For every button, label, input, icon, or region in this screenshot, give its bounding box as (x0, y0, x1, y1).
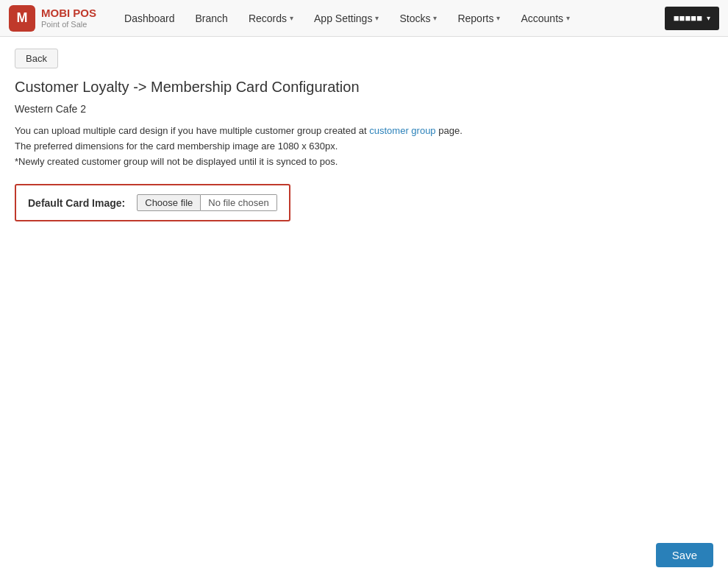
main-content: Back Customer Loyalty -> Membership Card… (0, 37, 728, 248)
file-input-wrapper: Choose file No file chosen (137, 194, 276, 211)
reports-caret-icon: ▾ (496, 14, 500, 22)
nav-dashboard[interactable]: Dashboard (114, 0, 185, 37)
back-button[interactable]: Back (15, 49, 58, 68)
nav-reports[interactable]: Reports ▾ (447, 0, 510, 37)
nav-records[interactable]: Records ▾ (238, 0, 304, 37)
info-text: You can upload multiple card design if y… (15, 124, 713, 169)
logo-icon: M (9, 5, 35, 32)
records-caret-icon: ▾ (290, 14, 293, 22)
file-chosen-status: No file chosen (201, 194, 276, 211)
info-line1: You can upload multiple card design if y… (15, 125, 369, 136)
logo-text: MOBI POS Point of Sale (41, 7, 96, 29)
user-label: ■■■■■ (674, 13, 702, 24)
info-line3: *Newly created customer group will not b… (15, 156, 338, 167)
page-title: Customer Loyalty -> Membership Card Conf… (15, 79, 713, 96)
nav-accounts[interactable]: Accounts ▾ (510, 0, 580, 37)
navbar: M MOBI POS Point of Sale Dashboard Branc… (0, 0, 728, 37)
branch-name: Western Cafe 2 (15, 103, 713, 115)
logo-subtitle: Point of Sale (41, 20, 96, 29)
choose-file-button[interactable]: Choose file (137, 194, 201, 211)
logo: M MOBI POS Point of Sale (9, 5, 96, 32)
nav-items: Dashboard Branch Records ▾ App Settings … (114, 0, 665, 37)
logo-title: MOBI POS (41, 7, 96, 20)
nav-stocks[interactable]: Stocks ▾ (389, 0, 447, 37)
info-line2: The preferred dimensions for the card me… (15, 141, 338, 152)
user-caret-icon: ▾ (707, 14, 710, 22)
customer-group-link[interactable]: customer group (369, 125, 435, 136)
info-link-suffix: page. (436, 125, 463, 136)
nav-app-settings[interactable]: App Settings ▾ (304, 0, 389, 37)
stocks-caret-icon: ▾ (433, 14, 437, 22)
default-card-image-section: Default Card Image: Choose file No file … (15, 184, 290, 221)
default-card-image-label: Default Card Image: (28, 197, 125, 209)
app-settings-caret-icon: ▾ (375, 14, 379, 22)
nav-branch[interactable]: Branch (185, 0, 238, 37)
user-menu[interactable]: ■■■■■ ▾ (665, 7, 719, 30)
accounts-caret-icon: ▾ (566, 14, 570, 22)
